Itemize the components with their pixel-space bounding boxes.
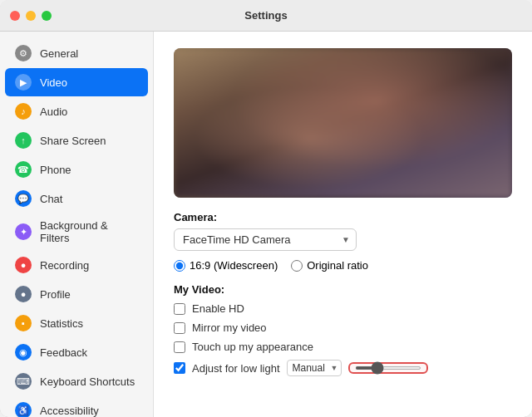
sidebar-item-audio[interactable]: ♪Audio: [5, 97, 148, 125]
sidebar-item-general[interactable]: ⚙General: [5, 39, 148, 67]
ratio-widescreen-radio[interactable]: [174, 260, 185, 272]
feedback-label: Feedback: [40, 346, 87, 359]
ratio-row: 16:9 (Widescreen) Original ratio: [174, 259, 512, 272]
maximize-button[interactable]: [42, 11, 52, 21]
content-area: ⚙General▶Video♪Audio↑Share Screen☎Phone💬…: [0, 32, 532, 417]
audio-icon: ♪: [15, 103, 32, 120]
sidebar-item-background[interactable]: ✦Background & Filters: [5, 213, 148, 250]
chat-label: Chat: [40, 193, 62, 205]
titlebar: Settings: [0, 0, 532, 32]
low-light-label: Adjust for low light: [192, 362, 280, 375]
ratio-original-label: Original ratio: [307, 259, 368, 272]
accessibility-label: Accessibility: [40, 405, 99, 417]
window-controls: [10, 11, 52, 21]
main-panel: Camera: FaceTime HD Camera ▼ 16:9 (Wides…: [154, 32, 532, 417]
audio-label: Audio: [40, 105, 67, 118]
camera-select[interactable]: FaceTime HD Camera: [174, 228, 357, 251]
share-screen-icon: ↑: [15, 132, 32, 149]
low-light-select-wrapper: Manual Auto ▼: [287, 360, 342, 376]
mirror-video-checkbox[interactable]: [174, 322, 185, 334]
enable-hd-checkbox[interactable]: [174, 303, 185, 315]
sidebar-item-chat[interactable]: 💬Chat: [5, 184, 148, 213]
low-light-select[interactable]: Manual Auto: [287, 360, 342, 376]
camera-select-wrapper: FaceTime HD Camera ▼: [174, 228, 357, 251]
ratio-widescreen[interactable]: 16:9 (Widescreen): [174, 259, 278, 272]
video-label: Video: [40, 76, 67, 89]
video-icon: ▶: [15, 74, 32, 91]
background-label: Background & Filters: [40, 219, 138, 244]
keyboard-label: Keyboard Shortcuts: [40, 375, 135, 388]
share-screen-label: Share Screen: [40, 135, 106, 147]
video-preview: [174, 48, 512, 198]
general-label: General: [40, 47, 78, 60]
low-light-row: Adjust for low light Manual Auto ▼: [174, 360, 512, 376]
low-light-slider[interactable]: [355, 366, 421, 370]
ratio-widescreen-label: 16:9 (Widescreen): [190, 259, 278, 272]
enable-hd-row: Enable HD: [174, 302, 512, 315]
accessibility-icon: ♿: [15, 402, 32, 417]
sidebar-item-phone[interactable]: ☎Phone: [5, 155, 148, 184]
touch-up-checkbox[interactable]: [174, 341, 185, 353]
recording-label: Recording: [40, 259, 89, 272]
statistics-label: Statistics: [40, 317, 83, 330]
settings-window: Settings ⚙General▶Video♪Audio↑Share Scre…: [0, 0, 532, 417]
sidebar-item-video[interactable]: ▶Video: [5, 68, 148, 96]
sidebar: ⚙General▶Video♪Audio↑Share Screen☎Phone💬…: [0, 32, 154, 417]
sidebar-item-feedback[interactable]: ◉Feedback: [5, 338, 148, 366]
phone-label: Phone: [40, 164, 71, 176]
video-blur-overlay: [174, 48, 512, 198]
phone-icon: ☎: [15, 161, 32, 178]
sidebar-item-recording[interactable]: ●Recording: [5, 251, 148, 279]
sidebar-item-accessibility[interactable]: ♿Accessibility: [5, 396, 148, 417]
sidebar-item-profile[interactable]: ●Profile: [5, 280, 148, 308]
sidebar-item-keyboard[interactable]: ⌨Keyboard Shortcuts: [5, 367, 148, 395]
ratio-original-radio[interactable]: [291, 260, 303, 272]
statistics-icon: ▪: [15, 315, 32, 331]
window-title: Settings: [244, 9, 287, 22]
background-icon: ✦: [15, 223, 32, 240]
touch-up-row: Touch up my appearance: [174, 341, 512, 353]
mirror-video-label: Mirror my video: [192, 321, 267, 334]
minimize-button[interactable]: [26, 11, 36, 21]
keyboard-icon: ⌨: [15, 373, 32, 390]
chat-icon: 💬: [15, 190, 32, 207]
profile-label: Profile: [40, 288, 71, 301]
camera-label: Camera:: [174, 211, 512, 223]
low-light-checkbox[interactable]: [174, 362, 185, 374]
general-icon: ⚙: [15, 45, 32, 61]
close-button[interactable]: [10, 11, 20, 21]
my-video-label: My Video:: [174, 283, 512, 296]
feedback-icon: ◉: [15, 344, 32, 361]
ratio-original[interactable]: Original ratio: [291, 259, 368, 272]
low-light-slider-container: [348, 362, 428, 374]
recording-icon: ●: [15, 257, 32, 273]
sidebar-item-share-screen[interactable]: ↑Share Screen: [5, 126, 148, 155]
profile-icon: ●: [15, 286, 32, 302]
mirror-video-row: Mirror my video: [174, 321, 512, 334]
touch-up-label: Touch up my appearance: [192, 341, 313, 353]
sidebar-item-statistics[interactable]: ▪Statistics: [5, 309, 148, 337]
enable-hd-label: Enable HD: [192, 302, 244, 315]
